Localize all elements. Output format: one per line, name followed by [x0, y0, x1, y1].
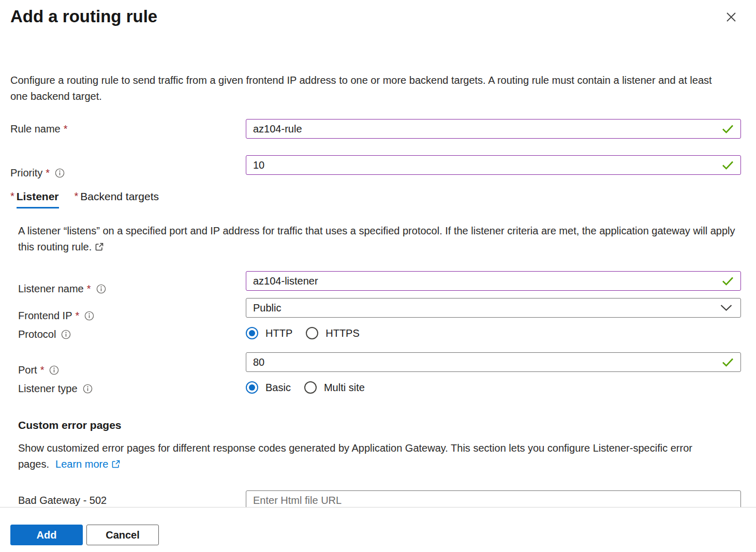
info-icon[interactable]	[96, 284, 106, 294]
rule-name-label-group: Rule name *	[10, 119, 246, 139]
learn-more-link[interactable]: Learn more	[55, 458, 108, 470]
rule-name-row: Rule name *	[10, 119, 741, 139]
radio-multi-site[interactable]: Multi site	[304, 381, 365, 394]
listener-name-row: Listener name *	[10, 271, 741, 291]
frontend-ip-dropdown[interactable]: Public	[246, 298, 741, 318]
listener-description-text: A listener “listens” on a specified port…	[18, 225, 735, 252]
rule-name-label: Rule name	[10, 123, 61, 135]
add-button[interactable]: Add	[10, 525, 83, 545]
valid-check-icon	[721, 357, 734, 367]
cancel-button[interactable]: Cancel	[86, 525, 159, 545]
dialog-description: Configure a routing rule to send traffic…	[10, 72, 714, 105]
port-label-group: Port *	[10, 360, 246, 380]
radio-https[interactable]: HTTPS	[306, 327, 360, 339]
external-link-icon[interactable]	[111, 459, 121, 469]
radio-http[interactable]: HTTP	[246, 327, 292, 339]
bad-gateway-url-input[interactable]	[246, 490, 741, 507]
tab-backend-targets[interactable]: * Backend targets	[75, 190, 159, 208]
radio-basic[interactable]: Basic	[246, 381, 291, 394]
info-icon[interactable]	[61, 330, 71, 339]
bad-gateway-row: Bad Gateway - 502	[10, 490, 741, 507]
priority-row: Priority *	[10, 155, 741, 175]
info-icon[interactable]	[83, 384, 93, 394]
dialog-content: Add a routing rule Configure a routing r…	[0, 0, 756, 507]
radio-https-label: HTTPS	[325, 327, 360, 339]
external-link-icon[interactable]	[95, 242, 104, 251]
port-label: Port	[18, 364, 37, 376]
frontend-ip-label: Frontend IP	[18, 310, 72, 322]
port-row: Port *	[10, 352, 741, 372]
required-marker: *	[10, 190, 14, 208]
required-marker: *	[64, 123, 68, 135]
required-marker: *	[46, 167, 50, 179]
close-icon	[724, 18, 738, 25]
info-icon[interactable]	[49, 365, 59, 375]
priority-label: Priority	[10, 167, 42, 179]
rule-name-input[interactable]	[246, 119, 741, 139]
radio-multi-site-label: Multi site	[324, 382, 365, 394]
required-marker: *	[75, 190, 79, 208]
listener-name-label-group: Listener name *	[10, 279, 246, 299]
valid-check-icon	[721, 276, 734, 286]
radio-http-label: HTTP	[265, 327, 292, 339]
info-icon[interactable]	[84, 311, 94, 321]
required-marker: *	[76, 310, 80, 322]
protocol-row: Protocol HTTP HTTPS	[10, 324, 741, 344]
bad-gateway-label-group: Bad Gateway - 502	[10, 490, 246, 507]
dialog-header: Add a routing rule	[10, 0, 741, 28]
page-title: Add a routing rule	[10, 5, 157, 28]
chevron-down-icon	[720, 304, 733, 312]
radio-selected-icon	[246, 381, 258, 394]
priority-label-group: Priority *	[10, 163, 246, 183]
required-marker: *	[87, 283, 91, 295]
dialog-footer: Add Cancel	[0, 507, 756, 552]
listener-type-label: Listener type	[18, 383, 78, 395]
listener-name-input[interactable]	[246, 271, 741, 291]
tab-bar: * Listener * Backend targets	[10, 190, 741, 208]
tab-backend-targets-label: Backend targets	[80, 190, 159, 208]
custom-error-pages-description: Show customized error pages for differen…	[18, 440, 722, 472]
valid-check-icon	[721, 160, 734, 170]
frontend-ip-label-group: Frontend IP *	[10, 306, 246, 325]
bad-gateway-label: Bad Gateway - 502	[18, 495, 107, 506]
radio-unselected-icon	[306, 327, 318, 339]
listener-type-row: Listener type Basic Multi site	[10, 379, 741, 398]
radio-basic-label: Basic	[265, 382, 291, 394]
close-button[interactable]	[721, 7, 741, 27]
protocol-radio-group: HTTP HTTPS	[246, 324, 741, 342]
listener-description: A listener “listens” on a specified port…	[18, 223, 740, 255]
protocol-label: Protocol	[18, 329, 56, 340]
frontend-ip-row: Frontend IP * Public	[10, 298, 741, 318]
valid-check-icon	[721, 124, 734, 134]
radio-selected-icon	[246, 327, 258, 339]
radio-unselected-icon	[304, 381, 317, 394]
port-input[interactable]	[246, 352, 741, 372]
custom-error-pages-heading: Custom error pages	[18, 419, 741, 431]
required-marker: *	[40, 364, 45, 376]
listener-type-radio-group: Basic Multi site	[246, 379, 741, 396]
tab-listener-label: Listener	[17, 190, 59, 208]
protocol-label-group: Protocol	[10, 324, 246, 344]
listener-type-label-group: Listener type	[10, 379, 246, 398]
listener-name-label: Listener name	[18, 283, 84, 295]
info-icon[interactable]	[55, 168, 65, 178]
frontend-ip-selected-value: Public	[253, 302, 281, 314]
tab-listener[interactable]: * Listener	[10, 190, 59, 208]
priority-input[interactable]	[246, 155, 741, 175]
